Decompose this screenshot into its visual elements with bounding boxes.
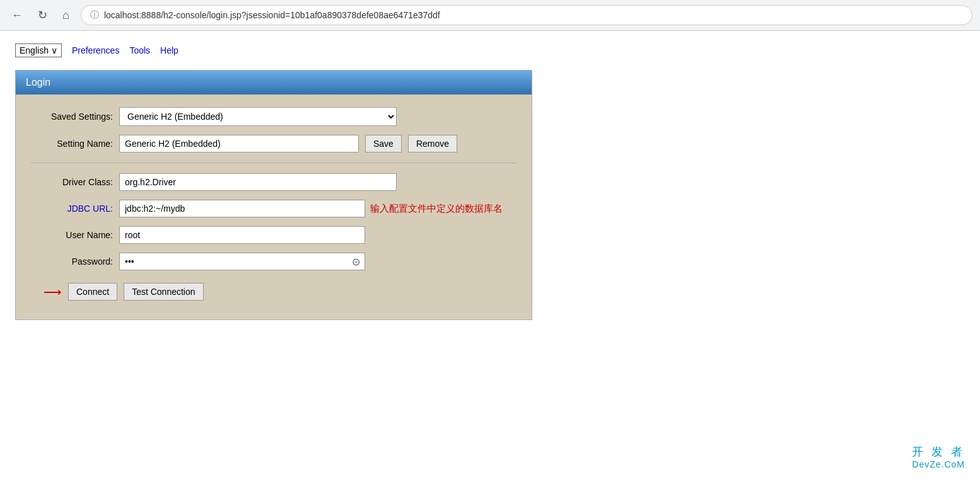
password-wrapper: ⊙: [119, 253, 365, 270]
jdbc-url-field-row: 输入配置文件中定义的数据库名: [119, 200, 503, 217]
driver-class-label: Driver Class:: [31, 177, 113, 187]
connect-row: ⟶ Connect Test Connection: [31, 283, 516, 301]
tools-link[interactable]: Tools: [129, 45, 150, 55]
jdbc-url-input[interactable]: [119, 200, 365, 217]
login-panel-header: Login: [16, 71, 532, 95]
arrow-icon: ⟶: [44, 284, 62, 299]
setting-name-input[interactable]: [119, 135, 359, 152]
remove-button[interactable]: Remove: [408, 135, 457, 152]
login-title: Login: [26, 77, 50, 88]
browser-chrome: ← ↻ ⌂ ⓘ: [0, 0, 980, 31]
url-input[interactable]: [104, 10, 963, 20]
test-connection-button[interactable]: Test Connection: [124, 283, 203, 301]
password-row: Password: ⊙: [31, 253, 516, 270]
driver-class-row: Driver Class:: [31, 173, 516, 191]
back-button[interactable]: ←: [8, 6, 26, 25]
saved-settings-select[interactable]: Generic H2 (Embedded)Generic H2 (Server)…: [119, 107, 397, 126]
setting-name-row: Setting Name: Save Remove: [31, 135, 516, 152]
login-panel-body: Saved Settings: Generic H2 (Embedded)Gen…: [16, 95, 532, 319]
driver-class-input[interactable]: [119, 173, 397, 191]
chevron-down-icon: ∨: [51, 45, 57, 55]
help-link[interactable]: Help: [160, 45, 178, 55]
username-row: User Name:: [31, 226, 516, 244]
username-label: User Name:: [31, 230, 113, 240]
address-bar: ⓘ: [81, 5, 972, 25]
reload-button[interactable]: ↻: [34, 6, 51, 25]
menu-bar: English ∨ Preferences Tools Help: [15, 43, 965, 57]
info-icon: ⓘ: [90, 9, 99, 21]
save-button[interactable]: Save: [365, 135, 402, 152]
saved-settings-label: Saved Settings:: [31, 112, 113, 122]
setting-name-label: Setting Name:: [31, 139, 113, 149]
jdbc-annotation: 输入配置文件中定义的数据库名: [370, 203, 503, 215]
jdbc-url-row: JDBC URL: 输入配置文件中定义的数据库名: [31, 200, 516, 217]
password-label: Password:: [31, 256, 113, 267]
login-panel: Login Saved Settings: Generic H2 (Embedd…: [15, 70, 532, 320]
saved-settings-row: Saved Settings: Generic H2 (Embedded)Gen…: [31, 107, 516, 126]
connect-button[interactable]: Connect: [68, 283, 117, 301]
language-selector[interactable]: English ∨: [15, 43, 62, 57]
show-password-icon[interactable]: ⊙: [352, 256, 360, 268]
password-input[interactable]: [119, 253, 365, 270]
divider: [31, 163, 516, 163]
jdbc-url-label: JDBC URL:: [31, 204, 113, 214]
username-input[interactable]: [119, 226, 365, 244]
preferences-link[interactable]: Preferences: [72, 45, 119, 55]
language-label: English: [20, 45, 49, 55]
home-button[interactable]: ⌂: [59, 6, 73, 25]
page-content: English ∨ Preferences Tools Help Login S…: [0, 31, 980, 333]
